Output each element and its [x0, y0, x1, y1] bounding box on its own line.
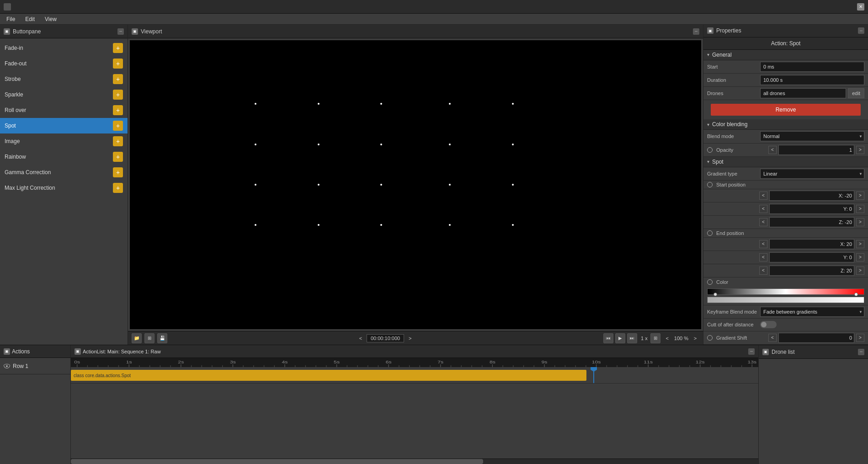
- svg-text:9s: 9s: [541, 360, 547, 364]
- action-item-sparkle[interactable]: Sparkle+: [0, 87, 128, 102]
- gradient-type-select[interactable]: Linear Radial Spot: [760, 169, 864, 179]
- start-z-inc-btn[interactable]: >: [856, 218, 864, 226]
- end-y-dec-btn[interactable]: <: [759, 253, 767, 261]
- scrollbar-thumb[interactable]: [71, 459, 483, 464]
- start-y-dec-btn[interactable]: <: [759, 205, 767, 213]
- time-prev-btn[interactable]: <: [357, 334, 365, 342]
- spot-group-header[interactable]: ▾ Spot: [703, 157, 868, 167]
- opacity-row: Opacity < >: [703, 144, 868, 157]
- viewport-folder-btn[interactable]: 📁: [132, 333, 142, 343]
- end-z-dec-btn[interactable]: <: [759, 267, 767, 275]
- action-add-btn[interactable]: +: [113, 59, 123, 69]
- viewport-grid-btn[interactable]: ⊞: [144, 333, 154, 343]
- timeline-bar[interactable]: class core.data.actions.Spot: [71, 370, 586, 381]
- action-add-btn[interactable]: +: [113, 121, 123, 131]
- action-add-btn[interactable]: +: [113, 152, 123, 162]
- end-z-inc-btn[interactable]: >: [856, 267, 864, 275]
- properties-minimize[interactable]: ─: [858, 27, 864, 34]
- gradient-shift-inc-btn[interactable]: >: [856, 334, 864, 342]
- eye-icon[interactable]: [4, 364, 10, 368]
- fast-forward-btn[interactable]: ⏭: [627, 333, 637, 343]
- end-x-input[interactable]: [769, 239, 854, 249]
- color-gradient-bar2[interactable]: [707, 297, 864, 303]
- blend-mode-select[interactable]: Normal Additive Multiply: [760, 131, 864, 141]
- keyframe-blend-select[interactable]: Fade between gradients Step Linear: [760, 307, 864, 317]
- color-gradient-container[interactable]: [707, 288, 864, 303]
- action-item-gamma-correction[interactable]: Gamma Correction+: [0, 165, 128, 180]
- end-y-input[interactable]: [769, 252, 854, 262]
- gradient-shift-input[interactable]: [778, 333, 854, 343]
- drone-dot-13: [449, 184, 451, 186]
- opacity-dec-btn[interactable]: <: [768, 146, 777, 154]
- action-item-fade-out[interactable]: Fade-out+: [0, 56, 128, 71]
- action-item-image[interactable]: Image+: [0, 133, 128, 149]
- close-button[interactable]: ✕: [857, 3, 864, 11]
- menu-edit[interactable]: Edit: [21, 15, 39, 23]
- action-add-btn[interactable]: +: [113, 105, 123, 115]
- color-stop-right[interactable]: [854, 293, 858, 296]
- gradient-shift-icon: [707, 335, 713, 341]
- buttonpane-minimize[interactable]: ─: [117, 28, 124, 35]
- remove-button[interactable]: Remove: [711, 104, 861, 116]
- menu-file[interactable]: File: [2, 15, 20, 23]
- color-stop-left[interactable]: [714, 293, 717, 296]
- duration-input[interactable]: [760, 75, 864, 85]
- start-z-dec-btn[interactable]: <: [759, 218, 767, 226]
- cut-after-toggle[interactable]: [760, 321, 777, 328]
- viewport-toolbar: 📁 ⊞ 💾 < 00:00:10:000 > ⏮ ▶ ⏭ 1 x ⊞ <: [128, 331, 703, 345]
- start-y-input[interactable]: [769, 204, 854, 214]
- action-item-label: Spot: [5, 123, 113, 129]
- action-item-fade-in[interactable]: Fade-in+: [0, 40, 128, 56]
- viewport-save-btn[interactable]: 💾: [157, 333, 167, 343]
- general-group-header[interactable]: ▾ General: [703, 50, 868, 60]
- color-blending-header[interactable]: ▾ Color blending: [703, 119, 868, 130]
- viewport-mode-btn[interactable]: ⊞: [650, 333, 660, 343]
- action-item-max-light-correction[interactable]: Max Light Correction+: [0, 180, 128, 196]
- start-input[interactable]: [760, 62, 864, 72]
- drone-list-title: Drone list: [772, 349, 795, 355]
- zoom-in-btn[interactable]: >: [691, 334, 699, 342]
- start-x-inc-btn[interactable]: >: [856, 192, 864, 200]
- drone-dot-5: [255, 144, 256, 145]
- action-item-roll-over[interactable]: Roll over+: [0, 102, 128, 118]
- rewind-btn[interactable]: ⏮: [603, 333, 613, 343]
- viewport-minimize[interactable]: ─: [693, 28, 699, 35]
- drone-dot-18: [449, 224, 451, 226]
- end-y-inc-btn[interactable]: >: [856, 253, 864, 261]
- action-add-btn[interactable]: +: [113, 136, 123, 146]
- action-item-spot[interactable]: Spot+: [0, 118, 128, 133]
- time-next-btn[interactable]: >: [406, 334, 414, 342]
- action-add-btn[interactable]: +: [113, 167, 123, 177]
- gradient-shift-dec-btn[interactable]: <: [768, 334, 777, 342]
- start-x-input[interactable]: [769, 191, 854, 201]
- timeline-minimize[interactable]: ─: [748, 348, 755, 355]
- action-item-rainbow[interactable]: Rainbow+: [0, 149, 128, 165]
- end-x-inc-btn[interactable]: >: [856, 240, 864, 248]
- opacity-input[interactable]: [778, 145, 854, 155]
- end-z-input[interactable]: [769, 266, 854, 276]
- timeline-main: ▣ ActionList: Main: Sequence 1: Raw ─ 0s…: [71, 345, 758, 464]
- start-z-input[interactable]: [769, 217, 854, 227]
- play-btn[interactable]: ▶: [615, 333, 625, 343]
- gradient-type-row: Gradient type Linear Radial Spot ▼: [703, 167, 868, 181]
- menu-view[interactable]: View: [40, 15, 61, 23]
- action-add-btn[interactable]: +: [113, 90, 123, 100]
- viewport-canvas[interactable]: [130, 40, 701, 329]
- end-y-row: < >: [703, 251, 868, 264]
- drone-list-minimize[interactable]: ─: [858, 349, 864, 355]
- start-y-inc-btn[interactable]: >: [856, 205, 864, 213]
- action-item-strobe[interactable]: Strobe+: [0, 71, 128, 87]
- action-add-btn[interactable]: +: [113, 43, 123, 53]
- start-x-dec-btn[interactable]: <: [759, 192, 767, 200]
- color-gradient-bar[interactable]: [707, 288, 864, 295]
- horizontal-scrollbar[interactable]: [71, 459, 758, 464]
- zoom-out-btn[interactable]: <: [663, 334, 671, 342]
- action-add-btn[interactable]: +: [113, 183, 123, 193]
- timeline-content[interactable]: class core.data.actions.Spot: [71, 367, 758, 459]
- opacity-inc-btn[interactable]: >: [856, 146, 864, 154]
- actions-title: Actions: [12, 348, 30, 355]
- action-item-label: Image: [5, 138, 113, 144]
- action-add-btn[interactable]: +: [113, 74, 123, 84]
- edit-drones-btn[interactable]: edit: [848, 88, 864, 98]
- end-x-dec-btn[interactable]: <: [759, 240, 767, 248]
